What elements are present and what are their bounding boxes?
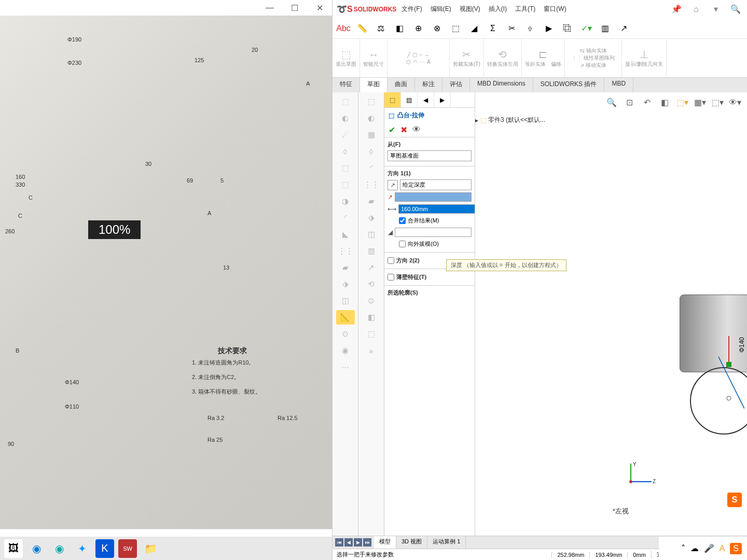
section-view-icon[interactable]: ◧ [658,95,671,109]
tray-up-icon[interactable]: ˄ [681,543,685,553]
tab-addins[interactable]: SOLIDWORKS 插件 [533,78,605,92]
depth-input[interactable] [398,204,475,214]
tab-mbd-dims[interactable]: MBD Dimensions [470,78,533,92]
rb-mirror[interactable]: ⮀镜向实体 ⋮⋮线性草图阵列 ↗移动实体 [565,39,622,77]
pin-icon[interactable]: 📌 [669,2,684,17]
expand-icon[interactable]: » [362,343,381,358]
display-style-icon[interactable]: ▦▾ [693,95,707,109]
cut-extrude-icon[interactable]: ⬚ [336,177,355,192]
shell-icon[interactable]: ◫ [336,293,355,308]
st-icon[interactable]: ⊙ [362,293,381,308]
tab-surface[interactable]: 曲面 [388,78,415,92]
maximize-button[interactable]: ☐ [286,1,303,15]
app-tencent[interactable]: ✦ [73,539,91,558]
rb-smart-dim[interactable]: ↔智能尺寸 [360,39,388,77]
dome-icon[interactable]: ◉ [336,343,355,358]
sweep-icon[interactable]: ☄ [336,128,355,142]
tab-mbd[interactable]: MBD [604,78,633,92]
rb-trim[interactable]: ✂剪裁实体(T) [450,39,484,77]
section-icon[interactable]: ◧ [392,21,407,36]
tray-sogou-icon[interactable]: S [730,543,742,554]
pattern-icon[interactable]: ⋮⋮ [336,244,355,258]
from-dropdown[interactable]: 草图基准面 [388,150,472,161]
ruler-icon[interactable]: 📐 [336,310,355,325]
close-button[interactable]: ✕ [311,1,328,15]
merge-checkbox[interactable] [399,217,406,224]
end-condition-dropdown[interactable]: 给定深度 [400,179,472,190]
draft-out-checkbox[interactable] [399,241,406,247]
st-icon[interactable]: ▥ [362,244,381,258]
app-explorer[interactable]: 📁 [141,539,160,558]
st-icon[interactable]: ◧ [362,310,381,325]
nav-prev[interactable]: ◀ [344,538,353,547]
geometry-icon[interactable]: ✂ [504,21,519,36]
recent-icon[interactable]: ▾ [709,2,723,17]
draft-icon[interactable]: ◢ [388,227,393,237]
sensor-icon[interactable]: ⊕ [410,21,426,36]
app-edge-legacy[interactable]: ◉ [50,539,68,558]
boundary-icon[interactable]: ⬚ [336,161,355,175]
drawing-image[interactable]: Φ190 Φ230 125 20 A 160 330 30 69 5 C C 2… [0,16,332,529]
app-edge[interactable]: ◉ [27,539,46,558]
revolve-icon[interactable]: ◐ [336,111,355,125]
chamfer-icon[interactable]: ◣ [336,227,355,242]
st-icon[interactable]: ⟲ [362,277,381,291]
design-icon[interactable]: ⬚ [448,21,463,36]
sigma-icon[interactable]: Σ [485,21,501,36]
export-icon[interactable]: ↗ [616,21,631,36]
tab-sketch[interactable]: 草图 [360,78,388,92]
st-icon[interactable]: ◜ [362,161,381,175]
pm-tab-config[interactable]: ▤ [401,92,418,107]
search-icon[interactable]: 🔍 [728,2,743,17]
st-icon[interactable]: ⋮⋮ [362,177,381,192]
menu-view[interactable]: 视图(V) [457,4,483,15]
hide-show-icon[interactable]: ⬚▾ [711,95,724,109]
rb-exit-sketch[interactable]: ⬚退出草图 [333,39,360,77]
fillet-icon[interactable]: ◜ [336,211,355,225]
st-icon[interactable]: ⬚ [362,94,381,109]
nav-first[interactable]: ⏮ [335,538,343,547]
loft-icon[interactable]: ◊ [336,144,355,159]
rib-icon[interactable]: ▰ [336,260,355,275]
nav-last[interactable]: ⏭ [363,538,371,547]
balloon-icon[interactable]: ⊗ [429,21,445,36]
rb-show[interactable]: ⊥显示/删除几何关 [622,39,667,77]
direction-icon[interactable]: ↗ [388,192,393,202]
ok-button[interactable]: ✔ [389,125,395,135]
st-icon[interactable]: ▰ [362,194,381,208]
tab-3dview[interactable]: 3D 视图 [396,536,427,549]
preview-button[interactable]: 👁 [412,125,421,135]
appearance-icon[interactable]: 👁▾ [728,95,742,109]
nav-next[interactable]: ▶ [354,538,362,547]
tab-motion[interactable]: 运动算例 1 [427,536,466,549]
pm-tab-fwd[interactable]: ▶ [434,92,451,107]
compare-icon[interactable]: ⎀ [522,21,538,36]
sogou-ime-badge[interactable]: S [727,493,742,507]
draft-icon[interactable]: ⬗ [336,277,355,291]
app-k[interactable]: K [95,539,114,558]
cancel-button[interactable]: ✖ [400,125,407,135]
thin-checkbox[interactable] [388,274,394,281]
draft-icon[interactable]: ◢ [466,21,482,36]
prev-icon[interactable]: ↶ [640,95,654,109]
tray-mic-icon[interactable]: 🎤 [704,543,714,553]
tray-ime-icon[interactable]: A [720,544,725,553]
st-icon[interactable]: ◊ [362,144,381,159]
st-icon[interactable]: ⬗ [362,211,381,225]
feature-tree-item[interactable]: ▸⬚ 零件3 (默认<<默认... [475,116,545,124]
minimize-button[interactable]: — [261,1,278,15]
copy-icon[interactable]: ⿻ [560,21,575,36]
rb-sketch-tools[interactable]: ╱▢○～ ⬡◠⋯A [388,39,450,77]
reverse-icon[interactable]: ↗ [388,180,398,190]
st-icon[interactable]: ⬚ [362,327,381,341]
model-viewport[interactable]: 🔍 ⊡ ↶ ◧ ⬚▾ ▦▾ ⬚▾ 👁▾ ▸⬚ 零件3 (默认<<默认... [475,92,747,536]
st-icon[interactable]: ◫ [362,227,381,242]
report-icon[interactable]: ▥ [597,21,613,36]
zoom-fit-icon[interactable]: 🔍 [605,95,618,109]
tab-model[interactable]: 模型 [374,536,396,549]
st-icon[interactable]: ◐ [362,111,381,125]
st-icon[interactable]: ↗ [362,260,381,275]
menu-insert[interactable]: 插入(I) [486,4,510,15]
tray-cloud-icon[interactable]: ☁ [690,543,699,553]
menu-tools[interactable]: 工具(T) [512,4,538,15]
